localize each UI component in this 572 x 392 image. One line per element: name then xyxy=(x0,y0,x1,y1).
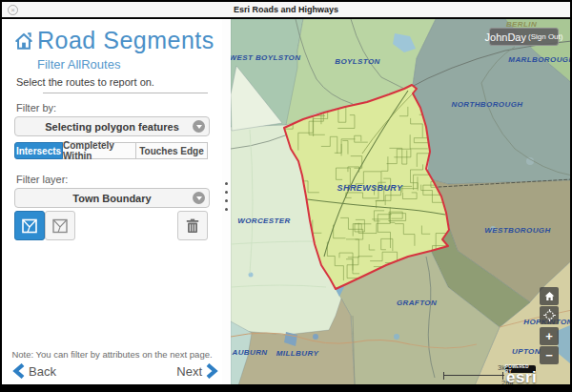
road-segments-panel: Road Segments Filter AllRoutes Select th… xyxy=(2,19,231,384)
map-label-shrewsbury: SHREWSBURY xyxy=(337,183,403,193)
instruction-text: Select the routes to report on. xyxy=(16,76,154,88)
map-label-upton: UPTON xyxy=(512,347,541,356)
filter-layer-value: Town Boundary xyxy=(72,193,151,204)
map-label-worcester: WORCESTER xyxy=(237,217,291,225)
map-label-auburn: AUBURN xyxy=(231,348,267,357)
map-label-marlborough: MARLBOROUGH xyxy=(508,55,570,64)
pond xyxy=(249,273,254,278)
next-button[interactable]: Next xyxy=(176,363,218,379)
user-name: JohnDay xyxy=(485,31,526,43)
title-bar: × Esri Roads and Highways xyxy=(2,2,570,18)
home-icon xyxy=(543,290,556,302)
scale-bar xyxy=(443,372,503,380)
spatial-button-intersects[interactable]: Intersects xyxy=(14,142,63,159)
filter-layer-dropdown[interactable]: Town Boundary xyxy=(14,188,210,208)
back-label: Back xyxy=(29,364,56,379)
map-label-boylston: BOYLSTON xyxy=(335,57,380,66)
panel-title-row: Road Segments xyxy=(13,27,214,54)
back-button[interactable]: Back xyxy=(12,363,56,379)
filter-method-dropdown[interactable]: Selecting polygon features xyxy=(14,116,210,136)
locate-button[interactable] xyxy=(540,306,559,324)
esri-logo[interactable]: esri xyxy=(506,368,537,384)
pond xyxy=(313,334,318,340)
app-title: Esri Roads and Highways xyxy=(2,5,570,14)
select-by-polygon-button[interactable] xyxy=(14,211,45,240)
filter-layer-label: Filter layer: xyxy=(16,174,68,185)
map-label-westborough: WESTBOROUGH xyxy=(484,226,550,235)
draw-polygon-icon xyxy=(51,217,70,236)
chevron-down-icon[interactable] xyxy=(193,120,205,133)
map-label-millbury: MILLBURY xyxy=(276,349,319,358)
map-canvas[interactable]: WEST BOYLSTONBOYLSTONBERLINMARLBOROUGHNO… xyxy=(231,19,570,384)
next-arrow-icon xyxy=(206,363,218,379)
map-svg: WEST BOYLSTONBOYLSTONBERLINMARLBOROUGHNO… xyxy=(231,19,570,384)
app-window: × Esri Roads and Highways Road Segments … xyxy=(0,0,572,392)
page-title: Road Segments xyxy=(37,27,214,54)
map-label-northborough: NORTHBOROUGH xyxy=(452,100,523,109)
divider xyxy=(43,93,208,93)
zoom-in-button[interactable]: + xyxy=(540,327,559,345)
next-label: Next xyxy=(176,364,202,379)
chevron-down-icon[interactable] xyxy=(193,192,205,204)
draw-polygon-button[interactable] xyxy=(45,211,75,240)
home-button[interactable] xyxy=(540,287,559,305)
sign-out-link[interactable]: (Sign Out) xyxy=(528,32,562,41)
filter-method-value: Selecting polygon features xyxy=(45,121,179,133)
delete-selection-button[interactable] xyxy=(177,211,208,240)
map-label-grafton: GRAFTON xyxy=(397,299,437,307)
content-area: Road Segments Filter AllRoutes Select th… xyxy=(2,19,570,384)
trash-icon xyxy=(184,217,201,235)
filter-by-label: Filter by: xyxy=(16,102,56,113)
map-label-west-boylston: WEST BOYLSTON xyxy=(231,53,300,62)
user-menu-button[interactable]: JohnDay (Sign Out) xyxy=(489,28,559,46)
spatial-button-touches-edge[interactable]: Touches Edge xyxy=(135,142,208,159)
note-text: Note: You can filter by attributes on th… xyxy=(2,349,222,360)
back-arrow-icon xyxy=(12,363,25,379)
spatial-button-completely-within[interactable]: Completely Within xyxy=(62,142,136,159)
house-icon xyxy=(13,31,34,52)
pond xyxy=(394,334,399,340)
spatial-relation-buttons: IntersectsCompletely WithinTouches Edge xyxy=(15,142,208,159)
locate-icon xyxy=(542,308,557,322)
panel-resize-handle[interactable] xyxy=(222,19,231,384)
page-subtitle: Filter AllRoutes xyxy=(37,57,120,72)
select-by-polygon-icon xyxy=(20,217,39,236)
zoom-out-button[interactable]: − xyxy=(540,346,559,364)
